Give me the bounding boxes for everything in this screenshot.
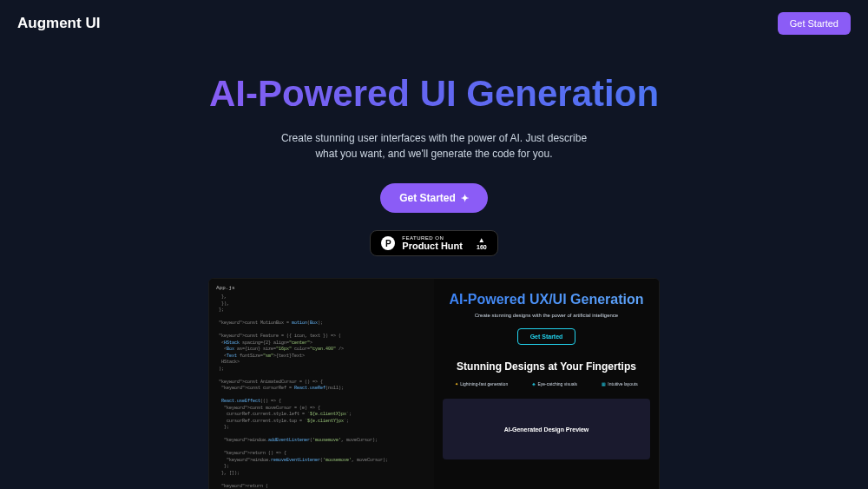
render-preview-box: AI-Generated Design Preview [443, 399, 650, 459]
lightning-icon: ✦ [455, 381, 458, 387]
hero-cta-button[interactable]: Get Started ✦ [380, 183, 488, 213]
header-cta-button[interactable]: Get Started [778, 12, 851, 35]
hero-cta-label: Get Started [399, 192, 456, 204]
sparkle-icon: ✦ [461, 193, 469, 204]
ph-upvote-count: 160 [477, 244, 487, 250]
render-section-title: Stunning Designs at Your Fingertips [443, 360, 650, 373]
feature-item: ✦ Lightning-fast generation [455, 381, 508, 387]
render-title: AI-Powered UX/UI Generation [443, 291, 650, 307]
header: Augment UI Get Started [0, 0, 868, 47]
render-subtitle: Create stunning designs with the power o… [443, 313, 650, 318]
render-features: ✦ Lightning-fast generation ◈ Eye-catchi… [443, 381, 650, 387]
preview-container: App.js }, }), }; "keyword">const MotionB… [208, 278, 660, 489]
eye-icon: ◈ [532, 381, 536, 387]
hero-subtitle: Create stunning user interfaces with the… [269, 130, 599, 162]
render-preview-label: AI-Generated Design Preview [504, 426, 589, 433]
feature-item: ◈ Eye-catching visuals [532, 381, 577, 387]
render-cta-button[interactable]: Get Started [517, 328, 576, 345]
render-panel: AI-Powered UX/UI Generation Create stunn… [434, 279, 659, 489]
upvote-arrow-icon: ▲ [478, 236, 485, 244]
ph-name: Product Hunt [402, 241, 463, 251]
layout-icon: ▦ [602, 381, 606, 387]
logo[interactable]: Augment UI [17, 15, 100, 32]
code-content: }, }), }; "keyword">const MotionBox = mo… [216, 294, 427, 489]
ph-upvote: ▲ 160 [477, 236, 487, 250]
hero-section: AI-Powered UI Generation Create stunning… [0, 47, 868, 489]
code-panel: App.js }, }), }; "keyword">const MotionB… [209, 279, 434, 489]
code-filename: App.js [216, 284, 427, 292]
feature-label: Intuitive layouts [608, 381, 637, 387]
feature-label: Lightning-fast generation [460, 381, 508, 387]
feature-label: Eye-catching visuals [537, 381, 577, 387]
feature-item: ▦ Intuitive layouts [602, 381, 637, 387]
product-hunt-badge[interactable]: P FEATURED ON Product Hunt ▲ 160 [370, 230, 497, 256]
hero-title: AI-Powered UI Generation [0, 73, 868, 115]
product-hunt-logo-icon: P [381, 236, 395, 250]
